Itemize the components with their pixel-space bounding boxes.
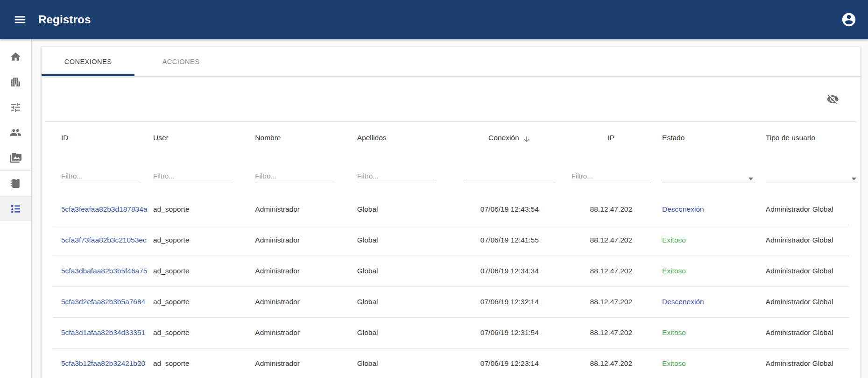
media-library-icon — [10, 152, 21, 164]
cell-user: ad_soporte — [153, 225, 255, 256]
column-header-conexion[interactable]: Conexión — [459, 122, 560, 154]
cell-apellidos: Global — [357, 256, 459, 286]
filter-input-user[interactable] — [153, 171, 233, 183]
cell-conexion: 07/06/19 12:34:34 — [459, 256, 560, 286]
filter-input-nombre[interactable] — [255, 171, 334, 183]
record-id-link[interactable]: 5cfa3b12faa82b32421b20 — [61, 359, 145, 367]
home-icon — [10, 51, 21, 63]
cell-conexion: 07/06/19 12:23:14 — [459, 348, 560, 378]
sidebar-item-registros[interactable] — [0, 196, 31, 221]
table-row: 5cfa3d2efaa82b3b5a7684ad_soporteAdminist… — [53, 286, 849, 317]
cell-estado: Desconexión — [662, 286, 766, 317]
column-header-id[interactable]: ID — [53, 122, 153, 154]
cell-id[interactable]: 5cfa3d2efaa82b3b5a7684 — [53, 286, 153, 317]
dropdown-arrow-icon — [852, 178, 856, 180]
column-label-apellidos: Apellidos — [357, 134, 387, 142]
cell-apellidos: Global — [357, 348, 459, 378]
cell-user: ad_soporte — [153, 256, 255, 286]
cell-conexion: 07/06/19 12:31:54 — [459, 317, 560, 348]
cell-id[interactable]: 5cfa3feafaa82b3d187834a — [53, 194, 153, 225]
menu-icon — [13, 13, 27, 27]
connections-table: ID User Nombre Apellidos Conexión IP — [53, 122, 849, 378]
page-title: Registros — [38, 13, 91, 26]
cell-ip: 88.12.47.202 — [560, 256, 662, 286]
record-id-link[interactable]: 5cfa3dbafaa82b3b5f46a75 — [61, 267, 147, 275]
cell-conexion: 07/06/19 12:41:55 — [459, 225, 560, 256]
filter-select-tipo[interactable] — [766, 171, 858, 183]
cell-nombre: Administrador — [255, 256, 357, 286]
cell-ip: 88.12.47.202 — [560, 194, 662, 225]
cell-id[interactable]: 5cfa3b12faa82b32421b20 — [53, 348, 153, 378]
tab-conexiones[interactable]: CONEXIONES — [42, 47, 134, 76]
tab-conexiones-label: CONEXIONES — [64, 58, 112, 65]
cell-nombre: Administrador — [255, 348, 357, 378]
column-label-estado: Estado — [662, 134, 685, 142]
filter-input-id[interactable] — [61, 171, 141, 183]
column-header-tipo[interactable]: Tipo de usuario — [766, 122, 849, 154]
sidebar-item-settings[interactable] — [0, 94, 31, 120]
records-list-icon — [10, 203, 21, 214]
cell-id[interactable]: 5cfa3dbafaa82b3b5f46a75 — [53, 256, 153, 286]
record-id-link[interactable]: 5cfa3feafaa82b3d187834a — [61, 205, 147, 213]
cell-tipo: Administrador Global — [766, 317, 849, 348]
header-row: ID User Nombre Apellidos Conexión IP — [53, 122, 849, 154]
column-label-nombre: Nombre — [255, 134, 281, 142]
account-circle-icon — [841, 12, 857, 28]
tab-bar: CONEXIONES ACCIONES — [42, 47, 861, 77]
account-button[interactable] — [838, 9, 860, 30]
cell-user: ad_soporte — [153, 194, 255, 225]
table-row: 5cfa3feafaa82b3d187834aad_soporteAdminis… — [53, 194, 849, 225]
cell-nombre: Administrador — [255, 225, 357, 256]
visibility-toggle-button[interactable] — [824, 90, 842, 108]
cell-apellidos: Global — [357, 225, 459, 256]
notebook-icon — [10, 178, 21, 189]
sidebar-item-media[interactable] — [0, 145, 31, 170]
record-id-link[interactable]: 5cfa3d1afaa82b34d33351 — [61, 328, 145, 336]
column-header-apellidos[interactable]: Apellidos — [357, 122, 459, 154]
tab-acciones-label: ACCIONES — [162, 58, 200, 65]
menu-button[interactable] — [10, 10, 30, 29]
filter-row — [53, 154, 849, 194]
filter-select-estado[interactable] — [662, 171, 755, 183]
record-id-link[interactable]: 5cfa3d2efaa82b3b5a7684 — [61, 298, 145, 306]
filter-input-conexion[interactable] — [464, 171, 556, 183]
cell-tipo: Administrador Global — [766, 194, 849, 225]
cell-user: ad_soporte — [153, 317, 255, 348]
sidebar-item-users[interactable] — [0, 120, 31, 145]
table-body: 5cfa3feafaa82b3d187834aad_soporteAdminis… — [53, 194, 849, 378]
column-label-id: ID — [61, 134, 69, 142]
filter-input-apellidos[interactable] — [357, 171, 437, 183]
cell-tipo: Administrador Global — [766, 286, 849, 317]
cell-user: ad_soporte — [153, 286, 255, 317]
cell-estado: Desconexión — [662, 194, 766, 225]
sidebar — [0, 39, 32, 378]
sort-descending-icon — [522, 135, 531, 143]
column-label-ip: IP — [608, 134, 615, 142]
table-row: 5cfa3d1afaa82b34d33351ad_soporteAdminist… — [53, 317, 849, 348]
tab-acciones[interactable]: ACCIONES — [134, 47, 227, 76]
cell-estado: Exitoso — [662, 317, 766, 348]
cell-estado: Exitoso — [662, 256, 766, 286]
cell-conexion: 07/06/19 12:43:54 — [459, 194, 560, 225]
column-header-estado[interactable]: Estado — [662, 122, 766, 154]
column-label-conexion: Conexión — [488, 134, 519, 142]
column-header-ip[interactable]: IP — [560, 122, 662, 154]
cell-id[interactable]: 5cfa3f73faa82b3c21053ec — [53, 225, 153, 256]
filter-input-ip[interactable] — [572, 171, 651, 183]
column-header-nombre[interactable]: Nombre — [255, 122, 357, 154]
cell-apellidos: Global — [357, 317, 459, 348]
cell-user: ad_soporte — [153, 348, 255, 378]
record-id-link[interactable]: 5cfa3f73faa82b3c21053ec — [61, 236, 147, 244]
tune-icon — [10, 101, 21, 113]
column-header-user[interactable]: User — [153, 122, 255, 154]
sidebar-item-home[interactable] — [0, 44, 31, 69]
column-label-user: User — [153, 134, 169, 142]
cell-estado: Exitoso — [662, 348, 766, 378]
sidebar-item-notebook[interactable] — [0, 171, 31, 196]
table-toolbar — [42, 77, 861, 121]
sidebar-item-buildings[interactable] — [0, 69, 31, 94]
visibility-off-icon — [826, 93, 839, 106]
cell-tipo: Administrador Global — [766, 256, 849, 286]
cell-ip: 88.12.47.202 — [560, 225, 662, 256]
cell-id[interactable]: 5cfa3d1afaa82b34d33351 — [53, 317, 153, 348]
